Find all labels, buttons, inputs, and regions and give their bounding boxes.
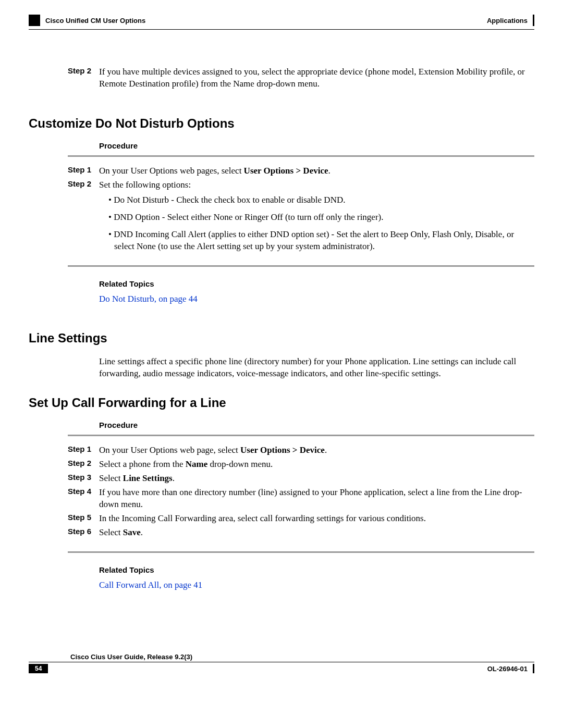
step-text: Select a phone from the Name drop-down m… [99, 459, 534, 471]
text: Select a phone from the [99, 459, 186, 469]
footer-doc-id: OL-26946-01 [487, 665, 528, 673]
heading-customize-dnd: Customize Do Not Disturb Options [29, 116, 534, 131]
text: On your User Options web page, select [99, 445, 240, 455]
procedure-label: Procedure [99, 141, 534, 150]
header-chapter: Cisco Unified CM User Options [45, 17, 145, 24]
related-topics-label: Related Topics [99, 279, 534, 288]
step-text: Select Save. [99, 527, 534, 539]
procedure-rule-top [68, 435, 534, 436]
footer-rule [29, 662, 534, 662]
bold-text: Line Settings [123, 473, 173, 483]
procedure-rule-bottom [68, 265, 534, 267]
step-label: Step 4 [68, 487, 99, 511]
step-text: On your User Options web pages, select U… [99, 165, 534, 177]
text: drop-down menu. [207, 459, 273, 469]
bold-text: Save [123, 527, 141, 537]
step-text: Select Line Settings. [99, 473, 534, 485]
header-rule [29, 29, 534, 30]
step-label: Step 6 [68, 527, 99, 539]
page-number: 54 [29, 664, 48, 673]
procedure-rule-bottom [68, 551, 534, 553]
step-text: If you have multiple devices assigned to… [99, 66, 534, 90]
footer-doc-title: Cisco Cius User Guide, Release 9.2(3) [70, 653, 534, 661]
bullet-item: • DND Option - Select either None or Rin… [108, 212, 534, 224]
text: . [328, 166, 331, 176]
bullet-list: • Do Not Disturb - Check the check box t… [108, 194, 534, 253]
paragraph: Line settings affect a specific phone li… [99, 356, 534, 380]
text: . [173, 473, 175, 483]
text: . [325, 445, 327, 455]
bullet-item: • DND Incoming Call Alert (applies to ei… [108, 229, 534, 253]
step-text: In the Incoming Call Forwarding area, se… [99, 513, 534, 525]
step-label: Step 3 [68, 473, 99, 485]
step-text: On your User Options web page, select Us… [99, 445, 534, 456]
header-vbar [533, 15, 534, 26]
bold-text: User Options > Device [244, 166, 328, 176]
step-label: Step 2 [68, 179, 99, 191]
footer-vbar [533, 664, 534, 673]
text: Select [99, 473, 123, 483]
step-label: Step 2 [68, 66, 99, 90]
step-text: If you have more than one directory numb… [99, 487, 534, 511]
step-label: Step 1 [68, 165, 99, 177]
text: On your User Options web pages, select [99, 166, 244, 176]
link-do-not-disturb[interactable]: Do Not Disturb, on page 44 [99, 294, 198, 304]
bold-text: Name [186, 459, 207, 469]
bold-text: User Options > Device [240, 445, 325, 455]
bullet-item: • Do Not Disturb - Check the check box t… [108, 194, 534, 206]
header-marker-box [29, 15, 40, 26]
related-topics-label: Related Topics [99, 565, 534, 574]
step-label: Step 2 [68, 459, 99, 471]
procedure-label: Procedure [99, 421, 534, 429]
header-section: Applications [487, 17, 528, 24]
procedure-rule-top [68, 155, 534, 157]
step-text: Set the following options: [99, 179, 534, 191]
step-label: Step 1 [68, 445, 99, 456]
text: . [141, 527, 143, 537]
link-call-forward-all[interactable]: Call Forward All, on page 41 [99, 580, 202, 590]
step-label: Step 5 [68, 513, 99, 525]
text: Select [99, 527, 123, 537]
heading-line-settings: Line Settings [29, 331, 534, 346]
heading-call-forwarding: Set Up Call Forwarding for a Line [29, 396, 534, 410]
